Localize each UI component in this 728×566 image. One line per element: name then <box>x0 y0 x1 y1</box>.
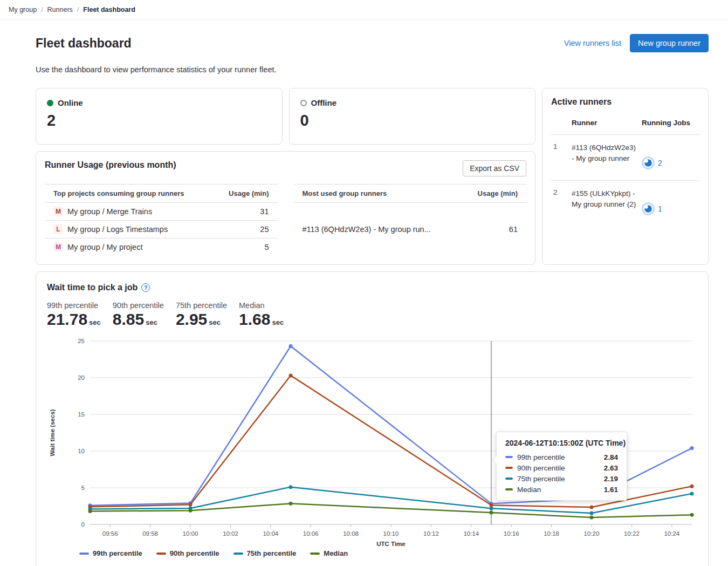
breadcrumb-fleet-dashboard: Fleet dashboard <box>83 6 135 13</box>
breadcrumb-separator: / <box>77 6 79 13</box>
svg-text:10:18: 10:18 <box>544 530 559 537</box>
legend-swatch <box>79 553 89 555</box>
offline-label: Offline <box>311 98 337 107</box>
project-avatar: M <box>53 242 63 252</box>
svg-text:20: 20 <box>78 374 85 381</box>
view-runners-list-link[interactable]: View runners list <box>564 39 621 47</box>
legend-item-75th[interactable]: 75th percentile <box>233 549 297 557</box>
active-runner-row: 2 #155 (ULkKYpkpt) - My group runner (2)… <box>551 181 699 227</box>
runner-usage-min: 61 <box>461 203 526 256</box>
help-icon[interactable]: ? <box>141 283 150 292</box>
runner-description: #113 (6QHdzW2e3) - My group runner <box>569 135 640 181</box>
legend-swatch <box>310 553 320 555</box>
stat-75th-percentile: 75th percentile 2.95sec <box>176 301 227 329</box>
svg-text:UTC Time: UTC Time <box>376 541 405 547</box>
breadcrumb: My group / Runners / Fleet dashboard <box>0 0 728 20</box>
online-runners-card: Online 2 <box>36 88 283 145</box>
offline-runners-card: Offline 0 <box>289 88 536 145</box>
active-runner-row: 1 #113 (6QHdzW2e3) - My group runner 2 <box>551 135 699 181</box>
svg-text:09:58: 09:58 <box>142 530 158 537</box>
svg-text:10:00: 10:00 <box>183 530 198 537</box>
page-title: Fleet dashboard <box>36 36 132 51</box>
active-runners-title: Active runners <box>551 97 699 107</box>
stat-median: Median 1.68sec <box>239 301 290 329</box>
wait-time-chart[interactable]: 051015202509:5609:5810:0010:0210:0410:06… <box>47 337 697 548</box>
project-name: My group / Logs Timestamps <box>67 225 168 234</box>
svg-text:10:16: 10:16 <box>504 530 519 537</box>
runner-usage-title: Runner Usage (previous month) <box>45 160 176 170</box>
online-status-icon <box>47 100 53 106</box>
project-name: My group / Merge Trains <box>67 207 152 216</box>
runner-usage-card: Runner Usage (previous month) Export as … <box>36 151 535 265</box>
legend-item-99th[interactable]: 99th percentile <box>79 549 142 557</box>
page-description: Use the dashboard to view performance st… <box>36 65 709 74</box>
active-runners-panel: Active runners Runner Running Jobs 1 #11… <box>542 88 709 265</box>
runner-column-header: Runner <box>569 112 640 135</box>
svg-text:10:14: 10:14 <box>463 530 479 537</box>
breadcrumb-separator: / <box>41 6 43 13</box>
breadcrumb-runners[interactable]: Runners <box>47 6 73 13</box>
svg-text:25: 25 <box>78 338 85 344</box>
svg-text:Wait time (secs): Wait time (secs) <box>49 409 56 456</box>
header-actions: View runners list New group runner <box>564 34 709 52</box>
breadcrumb-my-group[interactable]: My group <box>9 6 37 13</box>
svg-text:10:10: 10:10 <box>383 530 399 537</box>
stat-90th-percentile: 90th percentile 8.85sec <box>113 301 164 329</box>
project-usage-min: 31 <box>212 203 278 221</box>
svg-text:10:20: 10:20 <box>584 530 600 537</box>
svg-text:09:56: 09:56 <box>102 530 118 537</box>
wait-time-card: Wait time to pick a job ? 99th percentil… <box>36 271 709 566</box>
offline-status-icon <box>300 100 307 106</box>
series-swatch-median <box>505 488 513 490</box>
svg-text:0: 0 <box>81 521 85 528</box>
table-row: #113 (6QHdzW2e3) - My group run... 61 <box>294 203 527 256</box>
most-used-runners-table: Most used group runners Usage (min) #113… <box>294 184 527 256</box>
svg-text:10:04: 10:04 <box>263 530 278 537</box>
running-jobs-column-header: Running Jobs <box>640 112 699 135</box>
project-avatar: L <box>53 224 63 234</box>
status-running-icon <box>642 156 655 169</box>
legend-swatch <box>156 553 166 555</box>
new-group-runner-button[interactable]: New group runner <box>630 34 709 52</box>
project-usage-min: 5 <box>212 238 278 256</box>
usage-min-column-header: Usage (min) <box>461 185 526 203</box>
top-projects-column-header: Top projects consuming group runners <box>45 185 212 203</box>
table-row: M My group / My project 5 <box>45 238 278 256</box>
running-jobs-count-link[interactable]: 2 <box>658 159 662 167</box>
chart-legend: 99th percentile 90th percentile 75th per… <box>79 549 697 557</box>
project-usage-min: 25 <box>212 221 278 238</box>
legend-item-median[interactable]: Median <box>310 549 348 557</box>
svg-text:10:02: 10:02 <box>223 530 238 537</box>
wait-time-title: Wait time to pick a job <box>47 283 138 292</box>
running-jobs-count-link[interactable]: 1 <box>658 204 662 213</box>
svg-text:10:08: 10:08 <box>343 530 359 537</box>
table-row: M My group / Merge Trains 31 <box>45 203 278 221</box>
svg-text:10: 10 <box>78 448 85 454</box>
most-used-runners-column-header: Most used group runners <box>294 185 461 203</box>
series-swatch-99th <box>505 456 513 458</box>
wait-time-stats: 99th percentile 21.78sec 90th percentile… <box>47 301 697 329</box>
svg-text:10:12: 10:12 <box>423 530 439 537</box>
tooltip-row: Median 1.61 <box>505 484 618 495</box>
svg-text:10:22: 10:22 <box>624 530 640 537</box>
series-swatch-90th <box>505 467 513 469</box>
series-swatch-75th <box>505 478 513 480</box>
tooltip-row: 90th percentile 2.63 <box>505 462 618 473</box>
offline-count: 0 <box>300 112 525 129</box>
tooltip-row: 75th percentile 2.19 <box>505 473 618 484</box>
page-content: Fleet dashboard View runners list New gr… <box>0 34 728 566</box>
svg-text:10:24: 10:24 <box>664 530 679 537</box>
tooltip-timestamp: 2024-06-12T10:15:00Z (UTC Time) <box>505 439 618 447</box>
export-csv-button[interactable]: Export as CSV <box>463 160 526 176</box>
runner-description: #155 (ULkKYpkpt) - My group runner (2) <box>569 181 640 227</box>
top-projects-table: Top projects consuming group runners Usa… <box>45 184 278 256</box>
table-row: L My group / Logs Timestamps 25 <box>45 221 278 238</box>
usage-min-column-header: Usage (min) <box>212 185 278 203</box>
tooltip-row: 99th percentile 2.84 <box>505 452 618 462</box>
project-name: My group / My project <box>67 243 142 251</box>
status-running-icon <box>642 202 655 215</box>
legend-item-90th[interactable]: 90th percentile <box>156 549 219 557</box>
runner-rank: 1 <box>551 135 569 181</box>
page-header: Fleet dashboard View runners list New gr… <box>36 34 709 52</box>
stat-99th-percentile: 99th percentile 21.78sec <box>47 301 101 329</box>
